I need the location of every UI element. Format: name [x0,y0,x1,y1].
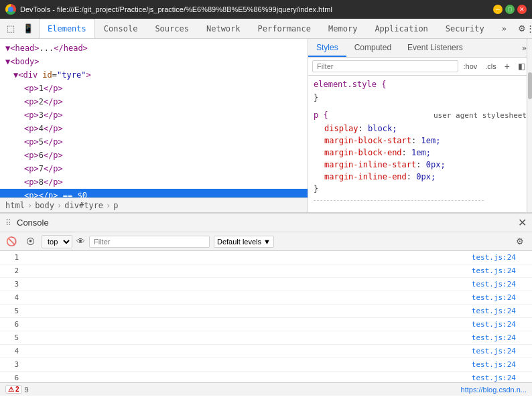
console-row-6b: 6 test.js:24 [0,372,532,382]
cls-button[interactable]: .cls [482,61,499,72]
console-row-6a: 6 test.js:24 [0,318,532,331]
console-link-1[interactable]: test.js:24 [472,253,532,262]
console-row-1: 1 test.js:24 [0,251,532,264]
styles-tabs: Styles Computed Event Listeners » [308,39,532,58]
tree-node-p8[interactable]: <p>8</p> [0,175,308,189]
console-levels-select[interactable]: Default levels ▼ [214,236,274,248]
console-row-5b: 5 test.js:24 [0,331,532,345]
console-close-button[interactable]: ✕ [518,216,527,229]
console-link-6b[interactable]: test.js:24 [472,374,532,382]
minimize-button[interactable]: ─ [493,5,503,14]
styles-filter-bar: :hov .cls + ◧ [308,58,532,76]
console-filter-input[interactable] [89,236,210,248]
console-row-4b: 4 test.js:24 [0,345,532,358]
breadcrumb-div[interactable]: div#tyre [64,201,103,210]
more-options-button[interactable]: ⋮ [526,21,532,37]
tree-node-body[interactable]: ▼<body> [0,55,308,68]
devtools-toolbar: ⬚ 📱 Elements Console Sources Network Per… [0,19,532,39]
title-bar: DevTools - file:///E:/git_project/Practi… [0,0,532,19]
tab-console[interactable]: Console [95,19,147,38]
elements-panel: ▼<head>...</head> ▼<body> ▼<div id="tyre… [0,39,308,212]
console-row-2: 2 test.js:24 [0,264,532,278]
console-filter-button[interactable]: ⦿ [23,234,38,249]
tree-node-p2[interactable]: <p>2</p> [0,95,308,108]
styles-scrollbar[interactable] [527,39,532,212]
tab-elements[interactable]: Elements [39,19,95,38]
device-toggle-button[interactable]: 📱 [20,21,36,37]
tab-performance[interactable]: Performance [249,19,320,38]
console-link-6a[interactable]: test.js:24 [472,320,532,329]
tab-styles[interactable]: Styles [308,39,346,57]
console-settings-button[interactable]: ⚙ [512,234,528,250]
console-drag-handle[interactable]: ⠿ [5,218,11,228]
tab-event-listeners[interactable]: Event Listeners [399,39,471,57]
tree-node-p4[interactable]: <p>4</p> [0,122,308,135]
tab-memory[interactable]: Memory [320,19,366,38]
console-status-bar: ⚠ 2 9 https://blog.csdn.n... [0,382,532,396]
close-button[interactable]: ✕ [517,5,527,14]
toolbar-left: ⬚ 📱 [3,21,36,37]
styles-filter-input[interactable] [312,60,458,72]
status-url: https://blog.csdn.n... [461,386,527,394]
error-badge: ⚠ 2 [5,385,22,394]
tab-sources[interactable]: Sources [146,19,198,38]
tab-security[interactable]: Security [437,19,493,38]
console-link-5a[interactable]: test.js:24 [472,307,532,315]
styles-content: element.style { } p { user agent stylesh… [308,76,532,212]
tree-node-p1[interactable]: <p>1</p> [0,82,308,95]
chrome-icon [5,4,16,15]
tree-node-p7[interactable]: <p>7</p> [0,162,308,175]
tree-node-p9[interactable]: <p></p> == $0 [0,189,308,197]
style-rule-p: p { user agent stylesheet display : bloc… [314,109,527,195]
tree-node-p6[interactable]: <p>6</p> [0,149,308,162]
add-style-button[interactable]: + [502,61,513,72]
console-top-select[interactable]: top [42,235,72,248]
maximize-button[interactable]: □ [505,5,515,14]
console-header: ⠿ Console ✕ [0,214,532,232]
console-toolbar: 🚫 ⦿ top 👁 Default levels ▼ ⚙ [0,232,532,251]
console-link-4a[interactable]: test.js:24 [472,293,532,302]
style-rule-element: element.style { } [314,78,527,104]
tab-application[interactable]: Application [366,19,436,38]
styles-scrollbar-thumb [528,72,532,99]
console-body: 1 test.js:24 2 test.js:24 3 test.js:24 4… [0,251,532,382]
console-row-3a: 3 test.js:24 [0,278,532,291]
tab-network[interactable]: Network [198,19,249,38]
console-title: Console [17,218,49,228]
breadcrumb-html[interactable]: html [5,201,25,210]
console-clear-button[interactable]: 🚫 [4,234,19,249]
error-count-label: 9 [25,386,29,394]
tree-node-head[interactable]: ▼<head>...</head> [0,42,308,55]
tree-node-div-tyre[interactable]: ▼<div id="tyre"> [0,68,308,82]
window-controls: ─ □ ✕ [493,5,527,14]
title-text: DevTools - file:///E:/git_project/Practi… [20,5,493,13]
tab-computed[interactable]: Computed [346,39,399,57]
settings-button[interactable]: ⚙ [518,21,526,37]
tree-node-p3[interactable]: <p>3</p> [0,108,308,122]
console-panel: ⠿ Console ✕ 🚫 ⦿ top 👁 Default levels ▼ ⚙… [0,213,532,396]
devtools-tabs: Elements Console Sources Network Perform… [39,19,515,38]
breadcrumb-body[interactable]: body [35,201,54,210]
elements-tree: ▼<head>...</head> ▼<body> ▼<div id="tyre… [0,39,308,197]
console-link-2[interactable]: test.js:24 [472,266,532,275]
breadcrumb-p[interactable]: p [113,201,118,210]
console-row-3b: 3 test.js:24 [0,358,532,372]
style-dashed-divider [314,200,484,201]
inspect-element-button[interactable]: ⬚ [3,21,19,37]
console-link-4b[interactable]: test.js:24 [472,347,532,355]
hov-button[interactable]: :hov [461,61,480,72]
console-row-4a: 4 test.js:24 [0,291,532,305]
main-content: ▼<head>...</head> ▼<body> ▼<div id="tyre… [0,39,532,213]
console-row-5a: 5 test.js:24 [0,305,532,318]
console-link-5b[interactable]: test.js:24 [472,333,532,342]
breadcrumb-bar: html › body › div#tyre › p [0,197,308,212]
console-eye-button[interactable]: 👁 [76,236,85,246]
tree-node-p5[interactable]: <p>5</p> [0,135,308,149]
styles-panel: Styles Computed Event Listeners » :hov .… [308,39,532,212]
console-link-3a[interactable]: test.js:24 [472,280,532,289]
console-link-3b[interactable]: test.js:24 [472,360,532,369]
tab-more[interactable]: » [493,19,515,38]
